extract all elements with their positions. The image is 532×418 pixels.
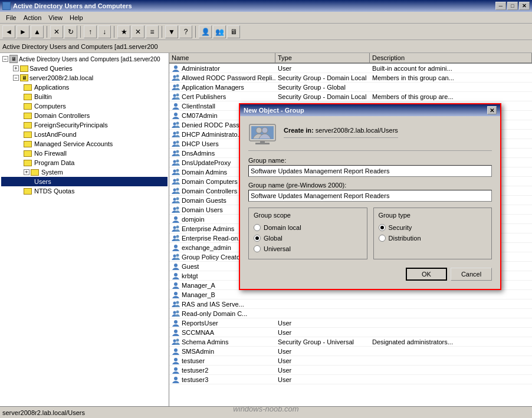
tree-folder-computers [24, 103, 32, 110]
tree-item-msa[interactable]: Managed Service Accounts [1, 139, 168, 149]
scope-universal-radio[interactable] [254, 245, 261, 252]
tree-item-lostandfound[interactable]: LostAndFound [1, 130, 168, 139]
back-button[interactable]: ◄ [2, 25, 15, 38]
svg-point-20 [176, 169, 179, 172]
groups-button[interactable]: 👥 [213, 25, 226, 38]
table-row[interactable]: testuser3 User [169, 375, 532, 384]
tree-saved-expand[interactable]: + [13, 65, 19, 71]
tree-item-users[interactable]: Users [1, 177, 168, 186]
tree-root-expand[interactable]: − [2, 56, 8, 62]
col-header-type[interactable]: Type [275, 53, 370, 62]
title-bar: Active Directory Users and Computers ─ □… [0, 0, 532, 12]
type-security-radio[interactable] [379, 224, 386, 231]
col-header-name[interactable]: Name [169, 53, 275, 62]
table-row[interactable]: SCCMNAA User [169, 328, 532, 337]
scope-global-radio[interactable] [254, 235, 261, 242]
cell-desc: Built-in account for admini... [370, 65, 532, 72]
menu-view[interactable]: View [45, 13, 66, 22]
tree-item-applications[interactable]: Applications [1, 83, 168, 92]
col-header-desc[interactable]: Description [370, 53, 532, 62]
help-button[interactable]: ? [179, 25, 192, 38]
refresh-button[interactable]: ↻ [64, 25, 77, 38]
group-name-pre2000-input[interactable] [248, 190, 492, 202]
new-button[interactable]: ★ [117, 25, 130, 38]
tree-saved-label: Saved Queries [29, 65, 73, 72]
tree-root-icon: 🖥 [9, 55, 18, 63]
table-row[interactable]: testuser2 User [169, 366, 532, 375]
tree-domain-expand[interactable]: − [13, 75, 19, 81]
menu-help[interactable]: Help [66, 13, 87, 22]
scope-global[interactable]: Global [254, 233, 362, 243]
table-row[interactable]: Cert Publishers Security Group - Domain … [169, 92, 532, 101]
tree-item-system[interactable]: + System [1, 167, 168, 177]
ok-button[interactable]: OK [406, 268, 447, 281]
tree-item-computers[interactable]: Computers [1, 101, 168, 111]
menu-file[interactable]: File [2, 13, 20, 22]
filter-button[interactable]: ▼ [165, 25, 178, 38]
close-button[interactable]: ✕ [519, 2, 530, 10]
tree-saved-queries[interactable]: + Saved Queries [1, 64, 168, 73]
tree-item-programdata[interactable]: Program Data [1, 158, 168, 167]
table-row[interactable]: RAS and IAS Serve... [169, 299, 532, 309]
scope-domain-local[interactable]: Domain local [254, 222, 362, 233]
properties-button[interactable]: ≡ [146, 25, 159, 38]
users-button[interactable]: 👤 [199, 25, 212, 38]
table-row[interactable]: Manager_B [169, 290, 532, 299]
type-security[interactable]: Security [379, 222, 487, 233]
table-row[interactable]: testuser User [169, 356, 532, 366]
type-distribution-radio[interactable] [379, 235, 386, 242]
tree-item-nofirewall[interactable]: No Firewall [1, 149, 168, 158]
tree-item-ntdsquotas[interactable]: NTDS Quotas [1, 186, 168, 196]
create-in-label: Create in: [284, 127, 314, 134]
table-row[interactable]: Administrator User Built-in account for … [169, 64, 532, 73]
user-icon [172, 291, 180, 299]
tree-root[interactable]: − 🖥 Active Directory Users and Computers… [1, 54, 168, 64]
scope-universal[interactable]: Universal [254, 243, 362, 254]
import-button[interactable]: ↓ [98, 25, 111, 38]
table-row[interactable]: SMSAdmin User [169, 347, 532, 356]
computers-button[interactable]: 🖥 [227, 25, 240, 38]
delete-button[interactable]: ✕ [132, 25, 145, 38]
type-distribution-label: Distribution [389, 235, 421, 242]
cell-name: Allowed RODC Password Repli... [169, 74, 275, 82]
svg-point-36 [176, 254, 179, 256]
export-button[interactable]: ↑ [84, 25, 97, 38]
tree-item-domain-controllers[interactable]: Domain Controllers [1, 111, 168, 120]
scope-domain-local-radio[interactable] [254, 224, 261, 231]
maximize-button[interactable]: □ [507, 2, 518, 10]
cell-name-text: CM07Admin [182, 112, 218, 119]
tree-item-fsp[interactable]: ForeignSecurityPrincipals [1, 120, 168, 130]
type-distribution[interactable]: Distribution [379, 233, 487, 243]
new-object-dialog[interactable]: New Object - Group ✕ [239, 103, 501, 290]
cell-name-text: Schema Admins [182, 338, 228, 345]
table-row[interactable]: Read-only Domain C... [169, 309, 532, 318]
user-icon [172, 328, 180, 337]
tree-item-builtin[interactable]: Builtin [1, 92, 168, 101]
forward-button[interactable]: ► [17, 25, 29, 38]
tree-folder-ntdsquotas [24, 188, 32, 195]
tree-system-expand[interactable]: + [24, 169, 29, 175]
tree-label-builtin: Builtin [34, 93, 52, 100]
svg-point-13 [173, 141, 176, 144]
up-button[interactable]: ▲ [31, 25, 44, 38]
menu-action[interactable]: Action [20, 13, 45, 22]
tree-domain[interactable]: − 🖥 server2008r2.lab.local [1, 73, 168, 83]
svg-point-47 [173, 339, 176, 342]
toolbar-sep-3 [114, 26, 114, 38]
svg-point-22 [176, 178, 179, 181]
group-name-input[interactable] [248, 165, 492, 177]
svg-point-27 [173, 207, 176, 210]
status-bar: server2008r2.lab.local/Users [0, 406, 532, 418]
cancel-button[interactable]: Cancel [451, 268, 492, 281]
table-row[interactable]: Application Managers Security Group - Gl… [169, 83, 532, 92]
user-icon [172, 319, 180, 327]
table-row[interactable]: ReportsUser User [169, 318, 532, 328]
cell-name-text: Administrator [182, 65, 220, 72]
dialog-close-button[interactable]: ✕ [487, 106, 497, 114]
table-row[interactable]: Allowed RODC Password Repli... Security … [169, 73, 532, 83]
stop-button[interactable]: ✕ [50, 25, 63, 38]
table-row[interactable]: Schema Admins Security Group - Universal… [169, 337, 532, 347]
minimize-button[interactable]: ─ [495, 2, 506, 10]
tree-label-system: System [41, 169, 63, 176]
tree-domain-label: server2008r2.lab.local [29, 74, 93, 81]
